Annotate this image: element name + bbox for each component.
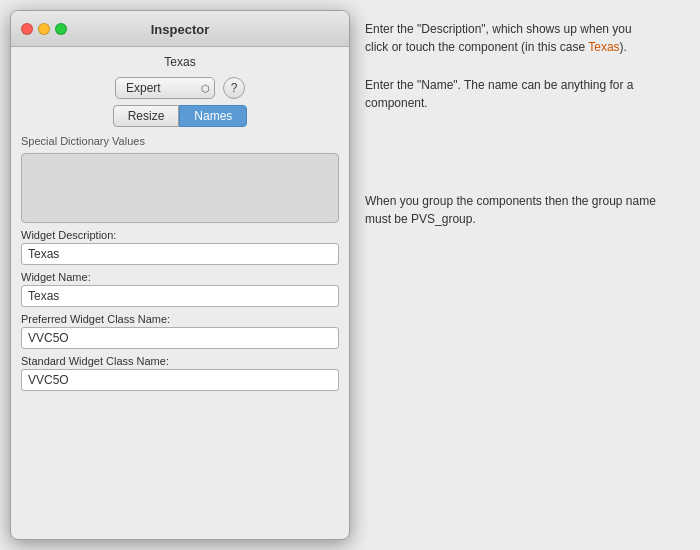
section-label: Special Dictionary Values — [21, 135, 339, 147]
toolbar-row: Expert Basic Advanced ⬡ ? — [21, 77, 339, 99]
name-input[interactable] — [21, 285, 339, 307]
help-button[interactable]: ? — [223, 77, 245, 99]
preferred-class-label: Preferred Widget Class Name: — [21, 313, 339, 325]
help-name-block: Enter the "Name". The name can be anythi… — [365, 76, 685, 112]
screen: Inspector Texas Expert Basic Advanced ⬡ … — [0, 0, 700, 550]
help-desc-highlight: Texas — [588, 40, 619, 54]
help-description-block: Enter the "Description", which shows up … — [365, 20, 685, 56]
tab-row: Resize Names — [21, 105, 339, 127]
preferred-class-group: Preferred Widget Class Name: — [21, 313, 339, 349]
help-name-text: Enter the "Name". The name can be anythi… — [365, 78, 633, 110]
tab-names[interactable]: Names — [179, 105, 247, 127]
description-group: Widget Description: — [21, 229, 339, 265]
standard-class-label: Standard Widget Class Name: — [21, 355, 339, 367]
tab-resize[interactable]: Resize — [113, 105, 180, 127]
minimize-button[interactable] — [38, 23, 50, 35]
name-group: Widget Name: — [21, 271, 339, 307]
inspector-window: Inspector Texas Expert Basic Advanced ⬡ … — [10, 10, 350, 540]
maximize-button[interactable] — [55, 23, 67, 35]
help-panel: Enter the "Description", which shows up … — [350, 0, 700, 550]
expert-select-wrapper: Expert Basic Advanced ⬡ — [115, 77, 215, 99]
help-group-block: When you group the components then the g… — [365, 192, 685, 228]
mode-select[interactable]: Expert Basic Advanced — [115, 77, 215, 99]
dict-area — [21, 153, 339, 223]
standard-class-input[interactable] — [21, 369, 339, 391]
description-input[interactable] — [21, 243, 339, 265]
title-bar: Inspector — [11, 11, 349, 47]
traffic-lights — [21, 23, 67, 35]
window-body: Texas Expert Basic Advanced ⬡ ? Resize N… — [11, 47, 349, 539]
help-desc-text-1: Enter the "Description", which shows up … — [365, 22, 632, 36]
standard-class-group: Standard Widget Class Name: — [21, 355, 339, 391]
help-group-text-2: must be PVS_group. — [365, 212, 476, 226]
window-title: Inspector — [151, 22, 210, 37]
name-label: Widget Name: — [21, 271, 339, 283]
description-label: Widget Description: — [21, 229, 339, 241]
preferred-class-input[interactable] — [21, 327, 339, 349]
help-group-text-1: When you group the components then the g… — [365, 194, 656, 208]
window-subtitle: Texas — [21, 55, 339, 69]
help-desc-text-3: ). — [620, 40, 627, 54]
help-desc-text-2: click or touch the component (in this ca… — [365, 40, 585, 54]
close-button[interactable] — [21, 23, 33, 35]
